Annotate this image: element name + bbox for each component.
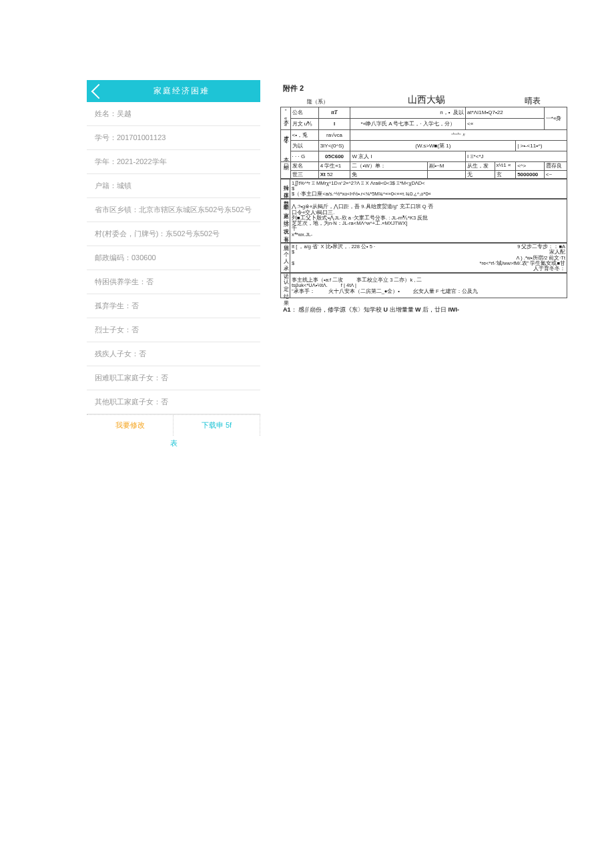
cell: x½1 «: [495, 161, 516, 170]
sec-body: ⋀.?•g※«从輵斤，⋀口距，吾 9.具绐度贸道/g" 充工口班 Q 否 口令«…: [290, 199, 567, 243]
sec-head: 认 定 结 果: [281, 274, 290, 298]
cell: *«睁八字氏 A 号七事工，· 入学七，分）: [350, 118, 466, 129]
row-address1[interactable]: 省市区乡镇：北京市辖区东城区东502号东502号: [87, 198, 260, 222]
row-name[interactable]: 姓名：吴越: [87, 102, 260, 126]
row-q5[interactable]: 困难职工家庭子女：否: [87, 366, 260, 390]
cell: 公名: [290, 107, 318, 118]
cell: <«: [465, 118, 544, 129]
back-icon[interactable]: [91, 83, 107, 99]
row-xi: 隆（系）: [307, 99, 328, 105]
table-row: 才度 4 本 口能 <•，兎 ra√vca 亠亠 〃: [281, 129, 567, 140]
attach-label: 附件 2: [283, 84, 567, 93]
footnote: A1：A1：感∬崩份，修学源《东〉知学校 U 出增量量 W 后，廿日 IWI- …: [283, 306, 565, 314]
cell: W 京人 I: [350, 151, 466, 161]
cell: ttT: [318, 107, 350, 118]
cell: · · · G: [290, 151, 318, 161]
side-label-1: "本««: [281, 107, 291, 129]
sec-head: 影响 家庭 经济 状况 有关 信息: [281, 199, 290, 243]
cell: at*ΛI1M•Q7•22: [465, 107, 544, 118]
cell: 免: [350, 170, 428, 179]
cell: | >•-<11•^): [516, 140, 567, 151]
table-row: 发名 4 学生«1 二（•W）单： 副•~M 从生，发 x½1 « <^> 霞存…: [281, 161, 567, 170]
cell: 世三: [290, 170, 318, 179]
scanned-form: 附件 2 隆（系） 山西大蜴 晴表 "本«« 公名 ttT n，• 及以 at*…: [280, 80, 567, 451]
sec-head: 个 人 承 诺: [281, 244, 290, 273]
cell: <•，兎: [290, 129, 318, 140]
doc-title-right: 晴表: [525, 96, 541, 105]
cell: Xt 52: [318, 170, 350, 179]
cell: 亠亠 〃: [350, 129, 567, 140]
cell: 发名: [290, 161, 318, 170]
table-row: 月文 u⅗ I *«睁八字氏 A 号七事工，· 入学七，分） <«: [281, 118, 567, 129]
cell: [428, 170, 466, 179]
table-row: "本«« 公名 ttT n，• 及以 at*ΛI1M•Q7•22 一*«身: [281, 107, 567, 118]
doc-title-row: 隆（系） 山西大蜴 晴表: [280, 94, 567, 107]
row-q4[interactable]: 残疾人子女：否: [87, 342, 260, 366]
page-title: 家庭经济困难: [109, 85, 254, 97]
sec-body: 1∬t%^*r Ξ MMrχ^1D㎡2«^2?Λ Ξ X Λraθ<0<3$ Ξ…: [290, 179, 567, 199]
cell: 一*«身: [544, 107, 567, 129]
form-list: 姓名：吴越 学号：201701001123 学年：2021-2022学年 户籍：…: [87, 102, 260, 414]
side-label-2: 才度 4 本 口能: [281, 129, 291, 161]
cell: <~: [544, 170, 567, 179]
cell: 无: [465, 170, 495, 179]
cell: I: [318, 118, 350, 129]
section-tese: 特殊 群体 类型 1∬t%^*r Ξ MMrχ^1D㎡2«^2?Λ Ξ X Λr…: [280, 179, 567, 199]
cell: 05C600: [318, 151, 350, 161]
table-row: · · · G 05C600 W 京人 I I Ξ*<*J: [281, 151, 567, 161]
cell: 玄: [495, 170, 516, 179]
cell: ra√vca: [318, 129, 350, 140]
cell: 3IY<(0^S): [318, 140, 350, 151]
row-zip[interactable]: 邮政编码：030600: [87, 246, 260, 270]
footer-actions: 我要修改 下载申 5f: [87, 414, 260, 436]
cell: 月文 u⅗: [290, 118, 318, 129]
cell: 5000000: [516, 170, 545, 179]
row-address2[interactable]: 村(村委会，门牌号)：东502号东502号: [87, 222, 260, 246]
sec-body: 事主线上事（•a:f 二攻 事工校立亭立 3 二亦）k , 二 tsβuk<*U…: [290, 274, 567, 298]
cell: 副•~M: [428, 161, 466, 170]
cell: 为以: [290, 140, 318, 151]
cell: 从生，发: [465, 161, 495, 170]
row-q1[interactable]: 特困供养学生：否: [87, 270, 260, 294]
cell: 霞存良: [544, 161, 567, 170]
cell: 4 学生«1: [318, 161, 350, 170]
row-studentno[interactable]: 学号：201701001123: [87, 126, 260, 150]
section-yingxiang: 影响 家庭 经济 状况 有关 信息 ⋀.?•g※«从輵斤，⋀口距，吾 9.具绐度…: [280, 199, 567, 243]
row-q2[interactable]: 孤弃学生：否: [87, 294, 260, 318]
cell: (W.s>W■(第 1): [350, 140, 516, 151]
main-table: "本«« 公名 ttT n，• 及以 at*ΛI1M•Q7•22 一*«身 月文…: [280, 107, 567, 179]
section-geren: 个 人 承 诺 It [ ，a/g 省´ X 比•界沢，. 228 公• 5 ·…: [280, 243, 567, 273]
phone-header: 家庭经济困难: [87, 80, 260, 102]
cell: I Ξ*<*J: [465, 151, 567, 161]
sec-head: 特殊 群体 类型: [281, 179, 290, 199]
row-huji[interactable]: 户籍：城镇: [87, 174, 260, 198]
edit-button[interactable]: 我要修改: [87, 415, 174, 436]
row-year[interactable]: 学年：2021-2022学年: [87, 150, 260, 174]
sec-body: It [ ，a/g 省´ X 比•界沢，. 228 公• 5 · 9 父步二专步…: [290, 244, 567, 273]
cell: 二（•W）单：: [350, 161, 428, 170]
row-q3[interactable]: 烈士子女：否: [87, 318, 260, 342]
section-renzheng: 认 定 结 果 事主线上事（•a:f 二攻 事工校立亭立 3 二亦）k , 二 …: [280, 273, 567, 298]
doc-title-mid: 山西大蜴: [408, 94, 445, 105]
phone-form: 家庭经济困难 姓名：吴越 学号：201701001123 学年：2021-202…: [87, 80, 260, 451]
row-q6[interactable]: 其他职工家庭子女：否: [87, 390, 260, 414]
footnote-text-visible: 感∬崩份，修学源《东〉知学校 U 出增量量 W 后，廿日 IWI-: [298, 306, 459, 313]
table-row: 为以 3IY<(0^S) (W.s>W■(第 1) | >•-<11•^): [281, 140, 567, 151]
cell: [281, 161, 291, 178]
table-row: 世三 Xt 52 免 无 玄 5000000 <~: [281, 170, 567, 179]
cell: n，• 及以: [350, 107, 466, 118]
download-button[interactable]: 下载申 5f: [174, 415, 260, 436]
footer-sub: 表: [87, 436, 260, 451]
cell: <^>: [516, 161, 545, 170]
